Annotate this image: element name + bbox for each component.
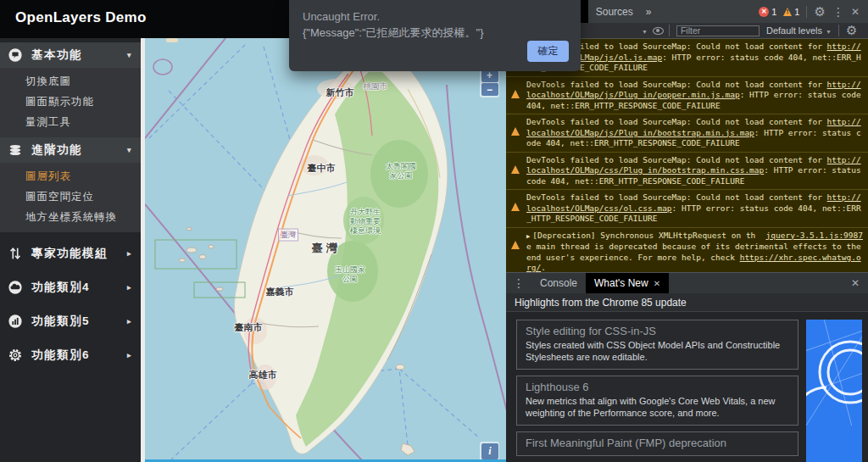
drawer-tabs: ConsoleWhat's New: [531, 273, 669, 293]
error-icon: ✕: [759, 7, 769, 17]
warning-icon: [511, 193, 520, 211]
log-levels-label: Default levels: [766, 25, 822, 36]
tab-close-icon[interactable]: [654, 277, 660, 289]
message-link[interactable]: https://xhr.spec.whatwg.org/: [526, 253, 861, 273]
map-viewport[interactable]: 桃園市新竹市臺中市臺灣臺灣嘉義市臺南市高雄市太魯閣國家公園丹大野生動物重要棲息環…: [145, 38, 506, 462]
sidebar-section-5[interactable]: 功能類別5▸: [0, 309, 141, 334]
whats-new-card[interactable]: Style editing for CSS-in-JSStyles create…: [516, 320, 798, 370]
devtools-drawer: ConsoleWhat's New Highlights from the Ch…: [506, 272, 868, 462]
basemap-taiwan: [145, 38, 506, 462]
warning-icon: [511, 156, 520, 174]
message-link[interactable]: http://localhost/OLMap/css/Plug_in/boots…: [526, 155, 861, 175]
console-message-warning[interactable]: DevTools failed to load SourceMap: Could…: [506, 77, 868, 115]
divider: [669, 25, 670, 36]
chevron-right-icon: ▸: [127, 283, 132, 292]
sidebar-section-4[interactable]: 功能類別4▸: [0, 275, 141, 300]
levels-caret-icon: [826, 25, 832, 36]
chevron-right-icon: ▸: [127, 351, 132, 359]
zoom-out-button[interactable]: −: [481, 83, 498, 96]
sidebar-item[interactable]: 地方坐標系統轉換: [0, 207, 141, 227]
tab-sources[interactable]: Sources: [588, 0, 641, 23]
cloud-icon: [7, 279, 24, 296]
console-message-warning[interactable]: jquery-3.5.1.js:9987▶[Deprecation] Synch…: [506, 228, 868, 273]
sidebar-section-2[interactable]: 進階功能▾: [0, 137, 141, 163]
drawer-tabbar: ConsoleWhat's New: [506, 273, 868, 293]
sidebar-item[interactable]: 量測工具: [0, 112, 141, 132]
context-dropdown-icon[interactable]: [642, 25, 648, 36]
sidebar-section-label: 進階功能: [31, 142, 82, 158]
warning-icon: [511, 193, 520, 204]
chevron-down-icon: ▾: [127, 51, 132, 59]
sidebar-item[interactable]: 圖層列表: [0, 166, 141, 186]
log-levels-dropdown[interactable]: Default levels: [766, 25, 832, 36]
confirm-button[interactable]: 確定: [527, 41, 569, 62]
whats-new-header-text: Highlights from the Chrome 85 update: [515, 297, 687, 309]
warning-icon: [511, 231, 520, 249]
sidebar-item[interactable]: 圖面空間定位: [0, 186, 141, 207]
drawer-tab-console[interactable]: Console: [531, 273, 586, 293]
drawer-tab-what-s-new[interactable]: What's New: [586, 273, 669, 293]
message-link[interactable]: http://localhost/OLMap/css/ol.css.map: [526, 192, 861, 213]
console-settings-icon[interactable]: [846, 23, 857, 38]
console-message-warning[interactable]: DevTools failed to load SourceMap: Could…: [506, 153, 868, 191]
card-title: First Meaningful Paint (FMP) deprecation: [526, 437, 789, 449]
sidebar-section-6[interactable]: 功能類別6▸: [0, 342, 141, 368]
whats-new-header: Highlights from the Chrome 85 update: [506, 293, 868, 312]
message-link[interactable]: http://localhost/OLMap/js/Plug_in/bootst…: [526, 117, 861, 137]
card-body: Styles created with CSS Object Model API…: [526, 340, 789, 363]
console-message-list[interactable]: DevTools failed to load SourceMap: Could…: [506, 39, 868, 272]
expand-arrow-icon[interactable]: ▶: [526, 233, 530, 240]
map-zoom-control: + −: [480, 68, 499, 97]
sidebar-item[interactable]: 圖面顯示功能: [0, 92, 141, 112]
drawer-menu-icon[interactable]: [506, 276, 531, 290]
card-title: Lighthouse 6: [526, 381, 789, 393]
settings-gear-icon[interactable]: [814, 4, 825, 19]
whats-new-cards: Style editing for CSS-in-JSStyles create…: [516, 320, 798, 456]
warning-icon: [511, 156, 520, 167]
live-expression-eye-icon[interactable]: [653, 27, 664, 35]
warning-count: 1: [794, 7, 799, 17]
layers-icon: [7, 142, 24, 159]
sidebar-section-1[interactable]: 基本功能▾: [0, 42, 141, 68]
chevron-right-icon: ▸: [127, 249, 132, 258]
whats-new-card[interactable]: Lighthouse 6New metrics that align with …: [516, 376, 798, 426]
drawer-tab-label: Console: [540, 277, 577, 289]
console-message-warning[interactable]: DevTools failed to load SourceMap: Could…: [506, 190, 868, 228]
sidebar-section-3[interactable]: 專家功能模組▸: [0, 241, 141, 266]
sidebar: 基本功能▾切換底圖圖面顯示功能量測工具進階功能▾圖層列表圖面空間定位地方坐標系統…: [0, 38, 141, 462]
devtools-tabbar-right: ✕ 1 1: [759, 4, 868, 19]
error-count: 1: [771, 7, 776, 17]
sidebar-section-label: 功能類別6: [31, 348, 90, 363]
sidebar-splitter[interactable]: [141, 38, 145, 462]
chart-icon: [7, 313, 24, 330]
card-title: Style editing for CSS-in-JS: [526, 325, 789, 337]
divider: [838, 25, 839, 36]
gear-icon: [7, 347, 24, 364]
error-dialog-message: {"Message":"已拒絕此要求的授權。"}: [303, 25, 567, 41]
error-badge[interactable]: ✕ 1: [759, 7, 776, 17]
whats-new-card[interactable]: First Meaningful Paint (FMP) deprecation: [516, 431, 798, 456]
error-dialog-title: Uncaught Error.: [303, 10, 567, 23]
console-filter-input[interactable]: [676, 25, 760, 36]
chevron-right-icon: ▸: [127, 317, 132, 326]
warning-icon: [511, 81, 520, 98]
card-body: New metrics that align with Google's Cor…: [526, 396, 789, 419]
devtools-close-icon[interactable]: [851, 6, 860, 18]
sidebar-item[interactable]: 切換底圖: [0, 71, 141, 92]
warning-icon: [511, 231, 520, 242]
comment-icon: [7, 47, 24, 64]
app-window: OpenLayers Demo 基本功能▾切換底圖圖面顯示功能量測工具進階功能▾…: [0, 0, 868, 462]
sidebar-section-label: 基本功能: [31, 47, 82, 63]
devtools-menu-icon[interactable]: [832, 5, 844, 19]
attribution-info-button[interactable]: i: [481, 443, 498, 459]
swap-arrows-icon: [7, 245, 24, 262]
warning-badge[interactable]: 1: [783, 7, 799, 17]
whats-new-thumbnail[interactable]: [806, 320, 862, 462]
more-tabs-button[interactable]: »: [641, 6, 657, 18]
message-link[interactable]: http://localhost/OLMap/js/Plug_in/popper…: [526, 80, 861, 100]
console-message-warning[interactable]: DevTools failed to load SourceMap: Could…: [506, 114, 868, 153]
message-source-link[interactable]: jquery-3.5.1.js:9987: [766, 231, 863, 242]
divider: [806, 6, 807, 18]
sidebar-section-label: 功能類別4: [31, 280, 90, 295]
drawer-close-icon[interactable]: [851, 277, 868, 289]
